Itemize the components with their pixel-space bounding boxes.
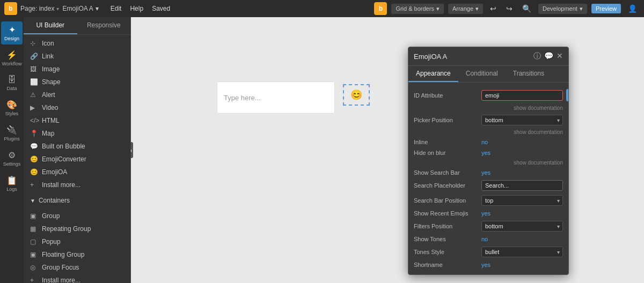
filters-position-label: Filters Position (414, 223, 478, 229)
bubble-plugin-icon: 💬 (30, 143, 39, 150)
floating-group-icon: ▣ (30, 251, 39, 258)
props-chat-icon[interactable]: 💬 (544, 51, 553, 61)
shortname-value: yes (481, 262, 563, 268)
nav-edit[interactable]: Edit (111, 5, 122, 12)
panel-collapse-handle[interactable]: ◂ (131, 142, 133, 158)
show-search-bar-label: Show Search Bar (414, 169, 478, 176)
grid-borders-chevron: ▾ (436, 5, 440, 12)
search-bar-position-label: Search Bar Position (414, 197, 478, 204)
filters-position-row: Filters Position bottom top (408, 219, 568, 234)
user-avatar[interactable]: 👤 (625, 3, 640, 14)
install-more2-icon: + (30, 277, 39, 283)
page-chevron[interactable]: ▾ (56, 6, 59, 12)
sidebar-item-logs[interactable]: 📋 Logs (1, 172, 23, 195)
props-close-icon[interactable]: ✕ (557, 51, 563, 61)
panel-item-group-focus-label: Group Focus (42, 264, 79, 271)
panel-item-emojioa[interactable]: 😊 EmojiOA (24, 166, 130, 178)
panel-item-image[interactable]: 🖼 Image (24, 63, 130, 76)
video-icon: ▶ (30, 104, 39, 111)
panel-item-group[interactable]: ▣ Group (24, 210, 130, 222)
emojiconverter-icon: 😊 (30, 155, 39, 163)
sidebar-item-design[interactable]: ✦ Design (1, 21, 23, 44)
panel-item-shape[interactable]: ⬜ Shape (24, 76, 130, 88)
panel-item-icon[interactable]: ⊹ Icon (24, 37, 130, 50)
id-attribute-input[interactable] (481, 90, 563, 101)
props-modal-icons: ⓘ 💬 ✕ (533, 51, 563, 61)
id-attribute-label: ID Attribute (414, 92, 478, 99)
panel-item-install-more2[interactable]: + Install more... (24, 274, 130, 283)
canvas-text-input[interactable]: Type here... (217, 81, 335, 114)
picker-position-row: Picker Position bottom top left right (408, 113, 568, 128)
props-modal-header: EmojiOA A ⓘ 💬 ✕ (408, 47, 568, 66)
panel-item-link[interactable]: 🔗 Link (24, 50, 130, 63)
styles-icon: 🎨 (6, 100, 17, 110)
panel-item-popup[interactable]: ▢ Popup (24, 235, 130, 248)
undo-btn[interactable]: ↩ (487, 3, 499, 14)
tones-style-label: Tones Style (414, 249, 478, 255)
app-chevron[interactable]: ▾ (96, 5, 99, 12)
arrange-chevron: ▾ (475, 5, 479, 12)
sidebar-item-plugins[interactable]: 🔌 Plugins (1, 122, 23, 145)
panel-item-popup-label: Popup (42, 238, 61, 245)
show-doc-link-2[interactable]: show documentation (514, 129, 563, 135)
arrange-label: Arrange (452, 5, 473, 12)
workflow-icon: ⚡ (6, 50, 17, 60)
panel-item-group-focus[interactable]: ◎ Group Focus (24, 261, 130, 274)
preview-btn[interactable]: Preview (591, 4, 621, 13)
search-bar-position-select[interactable]: top bottom (481, 195, 563, 206)
grid-borders-btn[interactable]: Grid & borders ▾ (391, 4, 444, 14)
show-doc-link-3[interactable]: show documentation (514, 160, 563, 166)
emoji-picker-widget[interactable]: 😊 (343, 84, 370, 106)
insert-dynamic-btn[interactable]: ▶ Insert dynamic data (566, 89, 568, 101)
tab-ui-builder[interactable]: UI Builder (24, 17, 77, 34)
search-placeholder-input[interactable] (481, 180, 563, 191)
panel-item-bubble-label: Built on Bubble (42, 143, 85, 150)
filters-position-select-wrap: bottom top (481, 221, 563, 232)
panel-item-emojiconverter[interactable]: 😊 EmojiConverter (24, 153, 130, 166)
emojioa-icon: 😊 (30, 168, 39, 176)
canvas-area[interactable]: ◂ Type here... 😊 EmojiOA A ⓘ 💬 ✕ Appeara… (131, 17, 644, 283)
tones-style-select[interactable]: bullet radio dropdown (481, 247, 563, 257)
canvas-text-input-container: Type here... (217, 81, 335, 114)
bubble-icon-right: b (374, 2, 387, 15)
containers-section-header[interactable]: ▼ Containers (24, 193, 130, 207)
props-tab-conditional[interactable]: Conditional (458, 66, 506, 82)
containers-label: Containers (39, 197, 70, 204)
popup-icon: ▢ (30, 238, 39, 245)
nav-help[interactable]: Help (130, 5, 143, 12)
left-sidebar: ✦ Design ⚡ Workflow 🗄 Data 🎨 Styles 🔌 Pl… (0, 17, 24, 283)
panel-item-floating-group[interactable]: ▣ Floating Group (24, 248, 130, 261)
arrange-btn[interactable]: Arrange ▾ (448, 4, 483, 14)
panel-item-install-more[interactable]: + Install more... (24, 178, 130, 191)
settings-icon: ⚙ (8, 150, 16, 160)
panel-item-alert[interactable]: ⚠ Alert (24, 88, 130, 101)
show-tones-label: Show Tones (414, 236, 478, 242)
search-placeholder-row: Search Placeholder (408, 178, 568, 193)
filters-position-select[interactable]: bottom top (481, 221, 563, 232)
props-tab-appearance[interactable]: Appearance (408, 66, 458, 82)
inline-value: no (481, 139, 563, 145)
development-btn[interactable]: Development ▾ (538, 4, 587, 14)
show-doc-link-1[interactable]: show documentation (514, 105, 563, 111)
sidebar-item-workflow[interactable]: ⚡ Workflow (1, 47, 23, 70)
panel-item-video[interactable]: ▶ Video (24, 101, 130, 114)
sidebar-item-settings[interactable]: ⚙ Settings (1, 147, 23, 170)
props-info-icon[interactable]: ⓘ (533, 51, 541, 61)
sidebar-item-styles[interactable]: 🎨 Styles (1, 96, 23, 120)
install-more-icon: + (30, 181, 39, 189)
panel-item-repeating-group[interactable]: ▦ Repeating Group (24, 222, 130, 235)
search-btn[interactable]: 🔍 (519, 3, 534, 14)
props-tab-transitions[interactable]: Transitions (506, 66, 552, 82)
shortname-label: Shortname (414, 262, 478, 268)
panel-item-html[interactable]: </> HTML (24, 114, 130, 127)
panel-item-icon-label: Icon (42, 40, 54, 47)
redo-btn[interactable]: ↪ (503, 3, 515, 14)
panel-item-bubble[interactable]: 💬 Built on Bubble (24, 140, 130, 153)
data-icon: 🗄 (8, 75, 16, 85)
tab-responsive[interactable]: Responsive (77, 17, 131, 34)
panel-item-group-label: Group (42, 212, 60, 220)
panel-item-map[interactable]: 📍 Map (24, 127, 130, 140)
panel-item-emojioa-label: EmojiOA (42, 168, 67, 176)
sidebar-item-data[interactable]: 🗄 Data (1, 72, 23, 94)
picker-position-select[interactable]: bottom top left right (481, 115, 563, 125)
